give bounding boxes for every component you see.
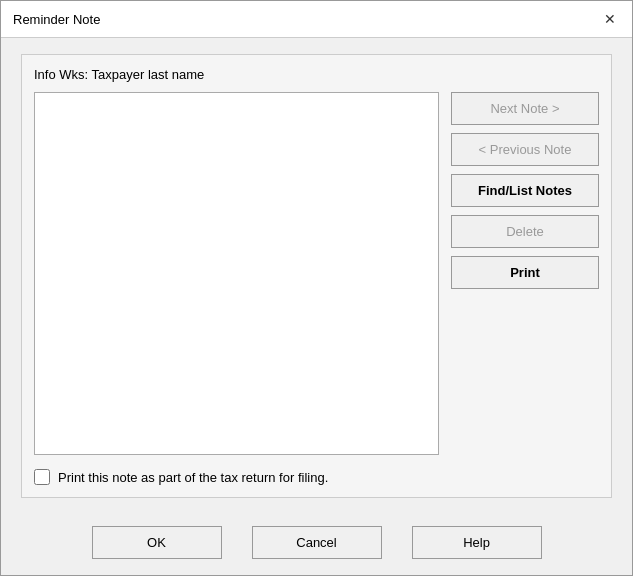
checkbox-row: Print this note as part of the tax retur… xyxy=(34,469,599,485)
close-button[interactable]: ✕ xyxy=(600,9,620,29)
title-bar: Reminder Note ✕ xyxy=(1,1,632,38)
main-area: Next Note > < Previous Note Find/List No… xyxy=(34,92,599,455)
delete-button[interactable]: Delete xyxy=(451,215,599,248)
side-buttons: Next Note > < Previous Note Find/List No… xyxy=(451,92,599,455)
field-label: Info Wks: Taxpayer last name xyxy=(34,67,599,82)
checkbox-label: Print this note as part of the tax retur… xyxy=(58,470,328,485)
find-list-notes-button[interactable]: Find/List Notes xyxy=(451,174,599,207)
print-button[interactable]: Print xyxy=(451,256,599,289)
dialog-body: Info Wks: Taxpayer last name Next Note >… xyxy=(1,38,632,514)
print-checkbox[interactable] xyxy=(34,469,50,485)
next-note-button[interactable]: Next Note > xyxy=(451,92,599,125)
ok-button[interactable]: OK xyxy=(92,526,222,559)
reminder-note-dialog: Reminder Note ✕ Info Wks: Taxpayer last … xyxy=(0,0,633,576)
help-button[interactable]: Help xyxy=(412,526,542,559)
content-panel: Info Wks: Taxpayer last name Next Note >… xyxy=(21,54,612,498)
previous-note-button[interactable]: < Previous Note xyxy=(451,133,599,166)
dialog-title: Reminder Note xyxy=(13,12,100,27)
cancel-button[interactable]: Cancel xyxy=(252,526,382,559)
note-textarea[interactable] xyxy=(34,92,439,455)
footer-buttons: OK Cancel Help xyxy=(1,514,632,575)
